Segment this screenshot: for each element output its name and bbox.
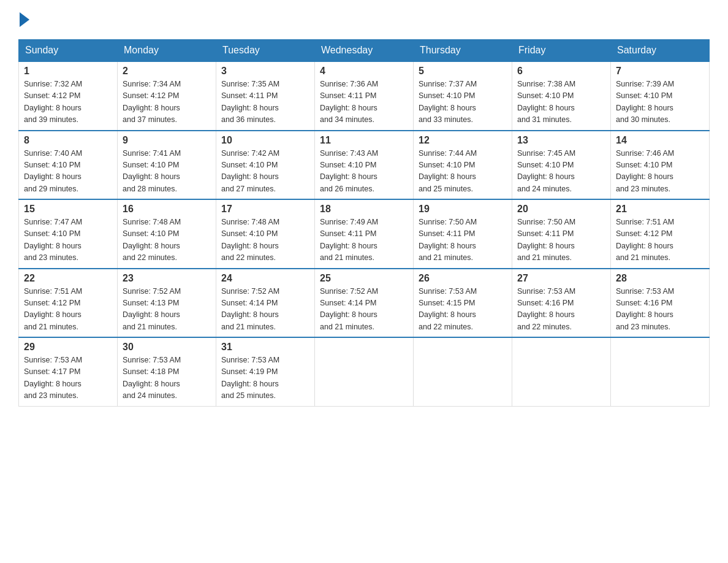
calendar-day-cell: 12 Sunrise: 7:44 AMSunset: 4:10 PMDaylig…	[414, 131, 512, 200]
calendar-day-cell: 2 Sunrise: 7:34 AMSunset: 4:12 PMDayligh…	[118, 61, 216, 131]
day-number: 14	[616, 135, 704, 146]
day-info: Sunrise: 7:52 AMSunset: 4:14 PMDaylight:…	[221, 287, 279, 331]
calendar-day-cell: 11 Sunrise: 7:43 AMSunset: 4:10 PMDaylig…	[315, 131, 414, 200]
day-number: 20	[517, 204, 605, 215]
day-number: 13	[517, 135, 605, 146]
calendar-day-cell: 28 Sunrise: 7:53 AMSunset: 4:16 PMDaylig…	[611, 269, 710, 338]
calendar-day-cell: 3 Sunrise: 7:35 AMSunset: 4:11 PMDayligh…	[216, 61, 315, 131]
calendar-day-cell: 19 Sunrise: 7:50 AMSunset: 4:11 PMDaylig…	[414, 199, 512, 269]
day-number: 4	[320, 66, 408, 77]
day-info: Sunrise: 7:53 AMSunset: 4:17 PMDaylight:…	[24, 356, 82, 400]
calendar-day-cell: 14 Sunrise: 7:46 AMSunset: 4:10 PMDaylig…	[611, 131, 710, 200]
calendar-day-cell: 7 Sunrise: 7:39 AMSunset: 4:10 PMDayligh…	[611, 61, 710, 131]
day-info: Sunrise: 7:42 AMSunset: 4:10 PMDaylight:…	[221, 149, 279, 193]
calendar-day-cell: 31 Sunrise: 7:53 AMSunset: 4:19 PMDaylig…	[216, 337, 315, 406]
calendar-day-cell: 16 Sunrise: 7:48 AMSunset: 4:10 PMDaylig…	[118, 199, 216, 269]
day-number: 25	[320, 273, 408, 284]
calendar-day-cell: 26 Sunrise: 7:53 AMSunset: 4:15 PMDaylig…	[414, 269, 512, 338]
day-number: 26	[419, 273, 507, 284]
day-info: Sunrise: 7:41 AMSunset: 4:10 PMDaylight:…	[123, 149, 181, 193]
calendar-day-cell: 6 Sunrise: 7:38 AMSunset: 4:10 PMDayligh…	[512, 61, 611, 131]
calendar-day-cell: 15 Sunrise: 7:47 AMSunset: 4:10 PMDaylig…	[19, 199, 118, 269]
calendar-day-cell: 17 Sunrise: 7:48 AMSunset: 4:10 PMDaylig…	[216, 199, 315, 269]
day-info: Sunrise: 7:51 AMSunset: 4:12 PMDaylight:…	[24, 287, 82, 331]
calendar-day-cell: 5 Sunrise: 7:37 AMSunset: 4:10 PMDayligh…	[414, 61, 512, 131]
calendar-day-cell: 22 Sunrise: 7:51 AMSunset: 4:12 PMDaylig…	[19, 269, 118, 338]
calendar-day-cell: 1 Sunrise: 7:32 AMSunset: 4:12 PMDayligh…	[19, 61, 118, 131]
day-info: Sunrise: 7:50 AMSunset: 4:11 PMDaylight:…	[419, 218, 477, 262]
day-number: 1	[24, 66, 112, 77]
calendar-week-row: 22 Sunrise: 7:51 AMSunset: 4:12 PMDaylig…	[19, 269, 710, 338]
calendar-day-cell: 8 Sunrise: 7:40 AMSunset: 4:10 PMDayligh…	[19, 131, 118, 200]
weekday-header-cell: Tuesday	[216, 40, 315, 62]
day-info: Sunrise: 7:53 AMSunset: 4:16 PMDaylight:…	[517, 287, 575, 331]
calendar-day-cell: 13 Sunrise: 7:45 AMSunset: 4:10 PMDaylig…	[512, 131, 611, 200]
weekday-header-cell: Wednesday	[315, 40, 414, 62]
day-info: Sunrise: 7:51 AMSunset: 4:12 PMDaylight:…	[616, 218, 674, 262]
calendar-day-cell: 24 Sunrise: 7:52 AMSunset: 4:14 PMDaylig…	[216, 269, 315, 338]
day-number: 24	[221, 273, 309, 284]
calendar-day-cell: 18 Sunrise: 7:49 AMSunset: 4:11 PMDaylig…	[315, 199, 414, 269]
day-info: Sunrise: 7:39 AMSunset: 4:10 PMDaylight:…	[616, 80, 674, 124]
day-number: 8	[24, 135, 112, 146]
day-number: 15	[24, 204, 112, 215]
day-number: 29	[24, 342, 112, 353]
day-info: Sunrise: 7:50 AMSunset: 4:11 PMDaylight:…	[517, 218, 575, 262]
day-number: 16	[123, 204, 211, 215]
day-number: 23	[123, 273, 211, 284]
weekday-header-cell: Friday	[512, 40, 611, 62]
weekday-header-row: SundayMondayTuesdayWednesdayThursdayFrid…	[19, 40, 710, 62]
calendar-day-cell: 10 Sunrise: 7:42 AMSunset: 4:10 PMDaylig…	[216, 131, 315, 200]
day-info: Sunrise: 7:52 AMSunset: 4:13 PMDaylight:…	[123, 287, 181, 331]
day-info: Sunrise: 7:53 AMSunset: 4:18 PMDaylight:…	[123, 356, 181, 400]
day-info: Sunrise: 7:48 AMSunset: 4:10 PMDaylight:…	[123, 218, 181, 262]
calendar-day-cell: 21 Sunrise: 7:51 AMSunset: 4:12 PMDaylig…	[611, 199, 710, 269]
day-number: 5	[419, 66, 507, 77]
page-header	[18, 12, 710, 27]
calendar-week-row: 15 Sunrise: 7:47 AMSunset: 4:10 PMDaylig…	[19, 199, 710, 269]
day-info: Sunrise: 7:32 AMSunset: 4:12 PMDaylight:…	[24, 80, 82, 124]
weekday-header-cell: Sunday	[19, 40, 118, 62]
day-number: 22	[24, 273, 112, 284]
day-info: Sunrise: 7:53 AMSunset: 4:15 PMDaylight:…	[419, 287, 477, 331]
day-number: 18	[320, 204, 408, 215]
calendar-day-cell: 27 Sunrise: 7:53 AMSunset: 4:16 PMDaylig…	[512, 269, 611, 338]
day-number: 31	[221, 342, 309, 353]
day-info: Sunrise: 7:43 AMSunset: 4:10 PMDaylight:…	[320, 149, 378, 193]
logo-triangle-icon	[20, 12, 29, 27]
calendar-day-cell: 4 Sunrise: 7:36 AMSunset: 4:11 PMDayligh…	[315, 61, 414, 131]
day-number: 28	[616, 273, 704, 284]
day-number: 10	[221, 135, 309, 146]
day-info: Sunrise: 7:45 AMSunset: 4:10 PMDaylight:…	[517, 149, 575, 193]
day-number: 7	[616, 66, 704, 77]
logo	[18, 12, 29, 27]
day-info: Sunrise: 7:48 AMSunset: 4:10 PMDaylight:…	[221, 218, 279, 262]
weekday-header-cell: Thursday	[414, 40, 512, 62]
calendar-day-cell: 20 Sunrise: 7:50 AMSunset: 4:11 PMDaylig…	[512, 199, 611, 269]
day-info: Sunrise: 7:44 AMSunset: 4:10 PMDaylight:…	[419, 149, 477, 193]
calendar-week-row: 29 Sunrise: 7:53 AMSunset: 4:17 PMDaylig…	[19, 337, 710, 406]
day-info: Sunrise: 7:49 AMSunset: 4:11 PMDaylight:…	[320, 218, 378, 262]
calendar-week-row: 1 Sunrise: 7:32 AMSunset: 4:12 PMDayligh…	[19, 61, 710, 131]
day-info: Sunrise: 7:40 AMSunset: 4:10 PMDaylight:…	[24, 149, 82, 193]
calendar-day-cell: 23 Sunrise: 7:52 AMSunset: 4:13 PMDaylig…	[118, 269, 216, 338]
calendar-day-cell: 25 Sunrise: 7:52 AMSunset: 4:14 PMDaylig…	[315, 269, 414, 338]
day-info: Sunrise: 7:52 AMSunset: 4:14 PMDaylight:…	[320, 287, 378, 331]
calendar-day-cell	[512, 337, 611, 406]
calendar-day-cell: 9 Sunrise: 7:41 AMSunset: 4:10 PMDayligh…	[118, 131, 216, 200]
calendar-day-cell	[611, 337, 710, 406]
day-info: Sunrise: 7:37 AMSunset: 4:10 PMDaylight:…	[419, 80, 477, 124]
day-number: 21	[616, 204, 704, 215]
calendar-day-cell: 30 Sunrise: 7:53 AMSunset: 4:18 PMDaylig…	[118, 337, 216, 406]
calendar-day-cell	[414, 337, 512, 406]
weekday-header-cell: Saturday	[611, 40, 710, 62]
day-info: Sunrise: 7:47 AMSunset: 4:10 PMDaylight:…	[24, 218, 82, 262]
day-number: 17	[221, 204, 309, 215]
day-number: 12	[419, 135, 507, 146]
day-info: Sunrise: 7:53 AMSunset: 4:19 PMDaylight:…	[221, 356, 279, 400]
calendar-week-row: 8 Sunrise: 7:40 AMSunset: 4:10 PMDayligh…	[19, 131, 710, 200]
day-number: 11	[320, 135, 408, 146]
day-number: 3	[221, 66, 309, 77]
calendar-day-cell: 29 Sunrise: 7:53 AMSunset: 4:17 PMDaylig…	[19, 337, 118, 406]
day-number: 27	[517, 273, 605, 284]
